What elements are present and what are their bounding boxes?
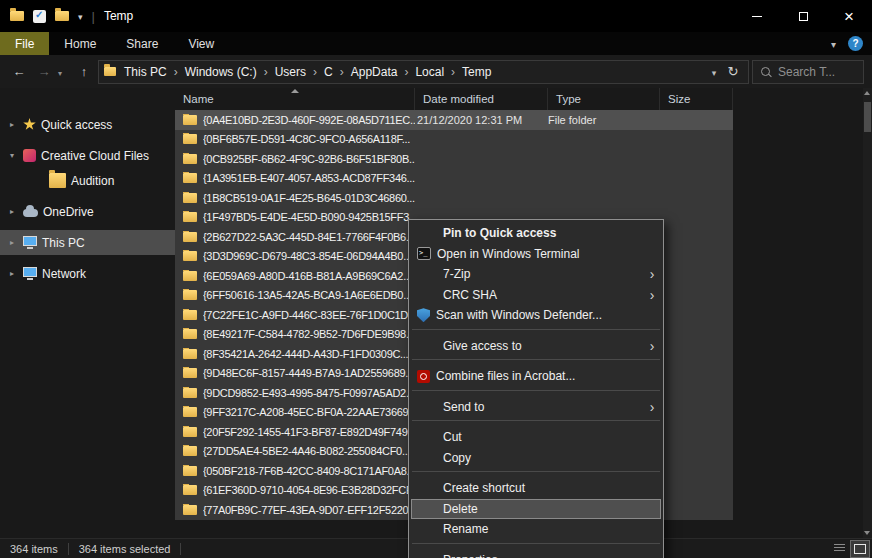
context-menu-item[interactable]: 7-Zip: [411, 264, 661, 285]
ribbon-tab[interactable]: Home: [49, 32, 111, 55]
context-menu-item[interactable]: CRC SHA: [411, 285, 661, 306]
expand-chevron-icon[interactable]: ▾: [6, 151, 18, 160]
ribbon-tab[interactable]: Share: [111, 32, 173, 55]
up-button[interactable]: [73, 60, 95, 84]
folder-icon: [183, 154, 197, 164]
status-divider: [68, 543, 69, 555]
menu-item-icon: [417, 429, 437, 445]
ribbon-tab[interactable]: File: [0, 32, 49, 55]
address-bar[interactable]: This PC › Windows (C:) › Users › C › App…: [98, 60, 749, 84]
expand-chevron-icon[interactable]: ▸: [6, 238, 18, 247]
file-name-cell: {9D48EC6F-8157-4449-B7A9-1AD2559689...: [175, 367, 415, 379]
folder-icon: [183, 212, 197, 222]
context-menu-item[interactable]: Rename: [411, 519, 661, 540]
context-menu-item: [411, 359, 661, 366]
context-menu-item[interactable]: Scan with Windows Defender...: [411, 305, 661, 326]
breadcrumb-item[interactable]: Users: [269, 65, 312, 79]
search-box[interactable]: Search T...: [752, 60, 864, 84]
help-icon[interactable]: ?: [848, 36, 863, 51]
scroll-up-arrow-icon[interactable]: [864, 91, 870, 95]
vertical-scrollbar[interactable]: [863, 88, 872, 538]
expand-chevron-icon[interactable]: ▸: [6, 269, 18, 278]
breadcrumb-item[interactable]: AppData: [345, 65, 404, 79]
maximize-button[interactable]: [780, 0, 826, 32]
context-menu-item[interactable]: Pin to Quick access: [411, 223, 661, 244]
recent-locations-chevron-icon[interactable]: [58, 65, 70, 79]
scrollbar-thumb[interactable]: [864, 102, 871, 132]
context-menu-item[interactable]: Open in Windows Terminal: [411, 244, 661, 265]
context-menu-item: [411, 471, 661, 478]
forward-button[interactable]: [33, 60, 55, 84]
context-menu-item[interactable]: Combine files in Acrobat...: [411, 366, 661, 387]
qat-customize-chevron-icon[interactable]: [78, 9, 83, 23]
sidebar-item[interactable]: ▸ Network: [0, 261, 175, 286]
file-name: {0A4E10BD-2E3D-460F-992E-08A5D711EC...: [203, 114, 415, 126]
menu-item-label: Give access to: [443, 339, 645, 353]
breadcrumb-item[interactable]: Local: [409, 65, 450, 79]
explorer-window: | Temp File Home Share View ?: [0, 0, 872, 558]
sidebar-item[interactable]: ▾ Creative Cloud Files: [0, 143, 175, 168]
menu-item-icon: [417, 287, 437, 303]
terminal-icon: [417, 247, 431, 260]
refresh-icon[interactable]: [723, 64, 743, 79]
column-header[interactable]: Name: [175, 88, 415, 110]
context-menu-item[interactable]: Create shortcut: [411, 478, 661, 499]
breadcrumb-item[interactable]: Temp: [456, 65, 497, 79]
sidebar-item[interactable]: Audition: [0, 168, 175, 193]
file-row[interactable]: {1B8CB519-0A1F-4E25-B645-01D3C46860...: [175, 188, 733, 208]
menu-item-label: Scan with Windows Defender...: [436, 308, 645, 322]
file-name: {1F497BD5-E4DE-4E5D-B090-9425B15FF3...: [203, 211, 415, 223]
context-menu-item[interactable]: Cut: [411, 427, 661, 448]
file-row[interactable]: {0A4E10BD-2E3D-460F-992E-08A5D711EC... 2…: [175, 110, 733, 130]
file-name-cell: {27DD5AE4-5BE2-4A46-B082-255084CF0...: [175, 445, 415, 457]
expand-chevron-icon[interactable]: ▸: [6, 120, 18, 129]
file-row[interactable]: {0BF6B57E-D591-4C8C-9FC0-A656A118F...: [175, 130, 733, 150]
context-menu-item[interactable]: Give access to: [411, 336, 661, 357]
context-menu-item[interactable]: Send to: [411, 397, 661, 418]
close-button[interactable]: [826, 0, 872, 32]
context-menu-item: [411, 420, 661, 427]
sidebar-item[interactable]: ▸ Quick access: [0, 112, 175, 137]
breadcrumb-item[interactable]: C: [318, 65, 339, 79]
ribbon-tab-bar: File Home Share View ?: [0, 32, 872, 55]
folder-icon: [183, 368, 197, 378]
scroll-down-arrow-icon[interactable]: [864, 531, 870, 535]
properties-icon[interactable]: [33, 10, 46, 23]
folder-icon: [183, 349, 197, 359]
file-name: {27DD5AE4-5BE2-4A46-B082-255084CF0...: [203, 445, 410, 457]
context-menu-item[interactable]: Delete: [411, 499, 661, 520]
breadcrumb-item[interactable]: This PC: [118, 65, 173, 79]
folder-icon: [183, 446, 197, 456]
address-dropdown-chevron-icon[interactable]: [705, 65, 723, 79]
file-name-cell: {050BF218-7F6B-42CC-8409-8C171AF0A8...: [175, 465, 415, 477]
context-menu-item[interactable]: Copy: [411, 448, 661, 469]
menu-item-label: CRC SHA: [443, 288, 645, 302]
folder-icon: [183, 193, 197, 203]
column-header[interactable]: Date modified: [415, 88, 548, 110]
file-row[interactable]: {1A3951EB-E407-4057-A853-ACD87FF346...: [175, 169, 733, 189]
file-name-cell: {7C22FE1C-A9FD-446C-83EE-76F1D0C1D...: [175, 309, 415, 321]
app-folder-icon: [10, 11, 24, 21]
expand-chevron-icon[interactable]: ▸: [6, 207, 18, 216]
column-header[interactable]: Type: [548, 88, 660, 110]
ribbon-collapse-chevron-icon[interactable]: [831, 37, 836, 51]
breadcrumb-item[interactable]: Windows (C:): [179, 65, 263, 79]
ribbon-tab[interactable]: View: [173, 32, 229, 55]
caption-controls: [734, 0, 872, 32]
sidebar-item[interactable]: ▸ This PC: [0, 230, 175, 255]
folder-icon: [183, 407, 197, 417]
back-button[interactable]: [8, 60, 30, 84]
sidebar-item[interactable]: ▸ OneDrive: [0, 199, 175, 224]
column-header[interactable]: Size: [660, 88, 733, 110]
context-menu-item[interactable]: Properties: [411, 550, 661, 558]
menu-item-icon: [417, 480, 437, 496]
file-row[interactable]: {0CB925BF-6B62-4F9C-92B6-B6F51BF80B...: [175, 149, 733, 169]
new-folder-icon[interactable]: [55, 11, 69, 21]
file-name-cell: {9DCD9852-E493-4995-8475-F0997A5AD2...: [175, 387, 415, 399]
details-view-button[interactable]: [830, 541, 848, 557]
file-name: {20F5F292-1455-41F3-BF87-E892D49F749C: [203, 426, 415, 438]
minimize-button[interactable]: [734, 0, 780, 32]
column-header-label: Size: [668, 93, 690, 105]
large-icons-view-button[interactable]: [851, 541, 869, 557]
file-name: {8F35421A-2642-444D-A43D-F1FD0309C...: [203, 348, 408, 360]
